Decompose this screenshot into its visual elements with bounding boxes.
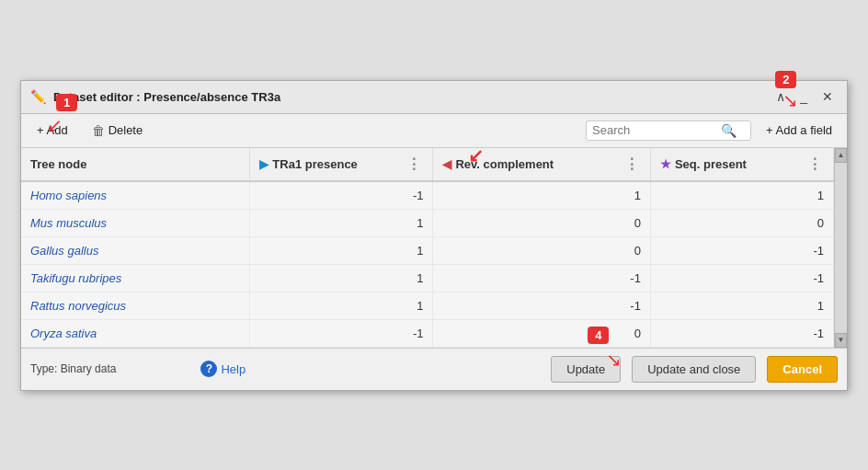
annotation-arrow-2: ↘ — [782, 89, 798, 111]
data-table: Tree node ▶ TRa1 presence ⋮ — [21, 148, 834, 348]
col-tree-node: Tree node — [21, 148, 250, 181]
help-button[interactable]: ? Help — [200, 361, 246, 377]
table-row: Mus musculus100 — [21, 209, 834, 236]
cell-tra1[interactable]: 1 — [250, 264, 433, 292]
annotation-badge-4: 4 — [588, 327, 609, 344]
window-title: Dataset editor : Presence/absence TR3a — [53, 90, 280, 104]
cell-tree-node[interactable]: Mus musculus — [21, 209, 250, 236]
trash-icon: 🗑 — [92, 123, 105, 138]
cell-seq_present[interactable]: 1 — [650, 181, 833, 210]
play-icon: ▶ — [259, 157, 268, 171]
cancel-button[interactable]: Cancel — [767, 356, 838, 383]
scrollbar[interactable]: ▲ ▼ — [834, 148, 847, 348]
cell-rev_comp[interactable]: 0 — [433, 209, 650, 236]
cell-tree-node[interactable]: Takifugu rubripes — [21, 264, 250, 292]
window-controls: 2 ↘ ∧ _ ✕ — [766, 87, 838, 106]
cell-tra1[interactable]: -1 — [250, 181, 433, 210]
cell-rev_comp[interactable]: 0 — [433, 236, 650, 264]
cell-tree-node[interactable]: Oryza sativa — [21, 319, 250, 347]
titlebar: ✏️ Dataset editor : Presence/absence TR3… — [21, 81, 847, 114]
cell-rev_comp[interactable]: -1 — [433, 292, 650, 319]
footer: Type: Binary data ? Help 4 ↘ Update Upda… — [21, 348, 847, 390]
col-rev-comp-menu[interactable]: ⋮ — [622, 155, 641, 173]
table-row: Gallus gallus10-1 — [21, 236, 834, 264]
cell-seq_present[interactable]: 0 — [650, 209, 833, 236]
cell-tra1[interactable]: 1 — [250, 209, 433, 236]
table-header-row: Tree node ▶ TRa1 presence ⋮ — [21, 148, 834, 181]
cell-seq_present[interactable]: -1 — [650, 264, 833, 292]
cell-rev_comp[interactable]: 0 — [433, 319, 650, 347]
search-button[interactable]: 🔍 — [721, 123, 737, 138]
search-input[interactable] — [592, 123, 721, 137]
data-type-label: Type: Binary data — [30, 362, 116, 375]
cell-rev_comp[interactable]: -1 — [433, 264, 650, 292]
annotation-arrow-1: ↙ — [47, 114, 63, 136]
table-row: Rattus norvegicus1-11 — [21, 292, 834, 319]
cell-tree-node[interactable]: Gallus gallus — [21, 236, 250, 264]
content-area: Tree node ▶ TRa1 presence ⋮ — [21, 148, 847, 348]
col-tree-node-label: Tree node — [30, 157, 86, 171]
help-icon: ? — [200, 361, 217, 377]
edit-icon: ✏️ — [30, 89, 46, 104]
cell-seq_present[interactable]: -1 — [650, 236, 833, 264]
annotation-badge-2: 2 — [775, 71, 796, 88]
annotation-badge-1: 1 — [56, 94, 77, 111]
rewind-icon: ◀ — [442, 157, 451, 171]
table-row: Oryza sativa-10-1 — [21, 319, 834, 347]
cell-tree-node[interactable]: Rattus norvegicus — [21, 292, 250, 319]
help-label: Help — [221, 362, 246, 376]
cell-seq_present[interactable]: -1 — [650, 319, 833, 347]
search-box: 🔍 — [586, 120, 751, 141]
scrollbar-up[interactable]: ▲ — [835, 148, 847, 163]
cell-tree-node[interactable]: Homo sapiens — [21, 181, 250, 210]
col-seq-present: ★ Seq. present ⋮ — [650, 148, 833, 181]
main-window: ✏️ Dataset editor : Presence/absence TR3… — [20, 80, 848, 391]
scrollbar-down[interactable]: ▼ — [835, 333, 847, 348]
col-tra1: ▶ TRa1 presence ⋮ — [250, 148, 433, 181]
col-tra1-menu[interactable]: ⋮ — [405, 155, 423, 173]
table-row: Homo sapiens-111 — [21, 181, 834, 210]
annotation-arrow-4: ↘ — [606, 349, 622, 371]
add-field-button[interactable]: + Add a field — [759, 120, 839, 140]
toolbar: 1 ↙ + Add 🗑 Delete 🔍 + Add a field — [21, 114, 847, 148]
delete-button[interactable]: 🗑 Delete — [84, 120, 152, 142]
col-seq-present-label: Seq. present — [675, 157, 747, 171]
cell-rev_comp[interactable]: 1 — [433, 181, 650, 210]
star-icon: ★ — [660, 157, 671, 171]
table-container: Tree node ▶ TRa1 presence ⋮ — [21, 148, 834, 348]
delete-label: Delete — [108, 123, 143, 137]
update-close-button[interactable]: Update and close — [632, 356, 756, 383]
cell-seq_present[interactable]: 1 — [650, 292, 833, 319]
col-tra1-label: TRa1 presence — [272, 157, 358, 171]
cell-tra1[interactable]: 1 — [250, 292, 433, 319]
cell-tra1[interactable]: -1 — [250, 319, 433, 347]
annotation-arrow-3: ↙ — [468, 148, 484, 166]
table-body: Homo sapiens-111Mus musculus100Gallus ga… — [21, 181, 834, 348]
col-rev-comp: ◀ Rev. complement ⋮ 3 ↙ — [433, 148, 650, 181]
scrollbar-thumb-area[interactable] — [835, 163, 847, 333]
close-button[interactable]: ✕ — [817, 87, 838, 106]
cell-tra1[interactable]: 1 — [250, 236, 433, 264]
col-seq-present-menu[interactable]: ⋮ — [805, 155, 824, 173]
table-row: Takifugu rubripes1-1-1 — [21, 264, 834, 292]
